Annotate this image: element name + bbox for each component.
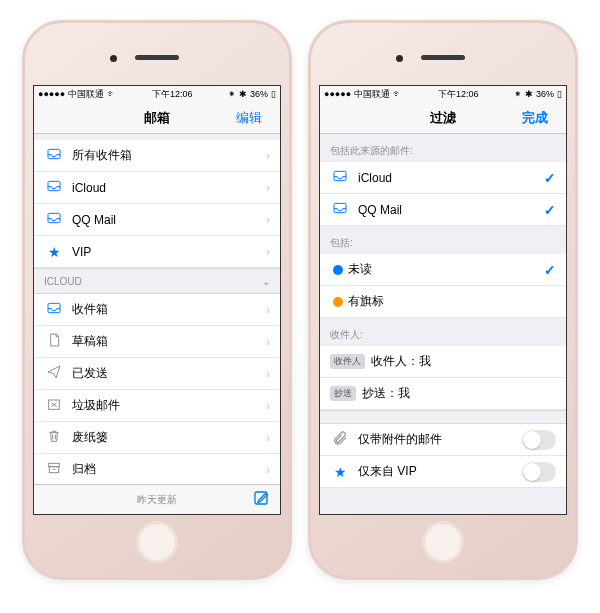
carrier: 中国联通: [354, 88, 390, 101]
page-title: 邮箱: [144, 109, 170, 127]
chevron-right-icon: ›: [266, 303, 270, 317]
include-unread[interactable]: 未读 ✓: [320, 254, 566, 286]
folder-label: 废纸篓: [72, 429, 266, 446]
folder-label: 归档: [72, 461, 266, 478]
mailbox-vip[interactable]: ★ VIP ›: [34, 236, 280, 268]
svg-rect-3: [48, 303, 60, 312]
mailbox-label: iCloud: [72, 181, 266, 195]
inbox-icon: [44, 178, 64, 197]
inbox-icon: [330, 168, 350, 187]
sent-icon: [44, 364, 64, 383]
source-label: iCloud: [358, 171, 544, 185]
mailbox-label: VIP: [72, 245, 266, 259]
svg-rect-5: [49, 463, 60, 466]
toolbar: 昨天更新: [34, 484, 280, 514]
toggle-label: 仅带附件的邮件: [358, 431, 522, 448]
mailbox-icloud[interactable]: iCloud ›: [34, 172, 280, 204]
section-header-sources: 包括此来源的邮件:: [320, 134, 566, 162]
orange-dot-icon: [333, 297, 343, 307]
battery: 36%: [536, 89, 554, 99]
to-pill-icon: 收件人: [330, 354, 365, 369]
addressed-to-me[interactable]: 收件人 收件人：我: [320, 346, 566, 378]
phone-right: ●●●●● 中国联通 ᯤ 下午12:06 ⁕ ✱ 36% ▯ 过滤 完成 包括此…: [308, 20, 578, 580]
compose-button[interactable]: [252, 489, 270, 511]
chevron-right-icon: ›: [266, 245, 270, 259]
folder-drafts[interactable]: 草稿箱›: [34, 326, 280, 358]
blue-dot-icon: [333, 265, 343, 275]
svg-rect-8: [334, 171, 346, 180]
battery: 36%: [250, 89, 268, 99]
section-label: ICLOUD: [44, 276, 82, 287]
mailbox-label: QQ Mail: [72, 213, 266, 227]
checkmark-icon: ✓: [544, 262, 556, 278]
filter-list[interactable]: 包括此来源的邮件: iCloud ✓ QQ Mail ✓ 包括: 未读 ✓ 有旗…: [320, 134, 566, 514]
chevron-right-icon: ›: [266, 367, 270, 381]
status-bar: ●●●●● 中国联通 ᯤ 下午12:06 ⁕ ✱ 36% ▯: [34, 86, 280, 102]
navbar: 过滤 完成: [320, 102, 566, 134]
chevron-right-icon: ›: [266, 431, 270, 445]
phone-left: ●●●●● 中国联通 ᯤ 下午12:06 ⁕ ✱ 36% ▯ 邮箱 编辑 所有收…: [22, 20, 292, 580]
mailbox-qqmail[interactable]: QQ Mail ›: [34, 204, 280, 236]
toggle-attachments-only[interactable]: 仅带附件的邮件: [320, 424, 566, 456]
trash-icon: [44, 428, 64, 447]
chevron-right-icon: ›: [266, 399, 270, 413]
status-time: 下午12:06: [438, 88, 479, 101]
source-label: QQ Mail: [358, 203, 544, 217]
include-flagged[interactable]: 有旗标: [320, 286, 566, 318]
source-qqmail[interactable]: QQ Mail ✓: [320, 194, 566, 226]
carrier: 中国联通: [68, 88, 104, 101]
star-icon: ★: [330, 464, 350, 480]
inbox-icon: [44, 210, 64, 229]
folder-label: 已发送: [72, 365, 266, 382]
updated-label: 昨天更新: [137, 493, 177, 507]
svg-rect-9: [334, 203, 346, 212]
section-icloud-header[interactable]: ICLOUD ⌄: [34, 268, 280, 294]
chevron-down-icon: ⌄: [262, 276, 270, 287]
folder-inbox[interactable]: 收件箱›: [34, 294, 280, 326]
done-button[interactable]: 完成: [522, 109, 558, 127]
chevron-right-icon: ›: [266, 335, 270, 349]
switch-attachments[interactable]: [522, 430, 556, 450]
section-header-include: 包括:: [320, 226, 566, 254]
chevron-right-icon: ›: [266, 181, 270, 195]
svg-rect-2: [48, 213, 60, 222]
svg-rect-0: [48, 149, 60, 158]
to-label: 收件人：我: [371, 353, 556, 370]
folder-sent[interactable]: 已发送›: [34, 358, 280, 390]
star-icon: ★: [44, 244, 64, 260]
folder-label: 草稿箱: [72, 333, 266, 350]
switch-vip[interactable]: [522, 462, 556, 482]
include-label: 未读: [348, 261, 544, 278]
include-label: 有旗标: [348, 293, 556, 310]
svg-rect-1: [48, 181, 60, 190]
source-icloud[interactable]: iCloud ✓: [320, 162, 566, 194]
junk-icon: [44, 396, 64, 415]
cc-to-me[interactable]: 抄送 抄送：我: [320, 378, 566, 410]
toggle-label: 仅来自 VIP: [358, 463, 522, 480]
status-time: 下午12:06: [152, 88, 193, 101]
checkmark-icon: ✓: [544, 170, 556, 186]
section-header-addressee: 收件人:: [320, 318, 566, 346]
toggle-vip-only[interactable]: ★ 仅来自 VIP: [320, 456, 566, 488]
screen-filter: ●●●●● 中国联通 ᯤ 下午12:06 ⁕ ✱ 36% ▯ 过滤 完成 包括此…: [319, 85, 567, 515]
screen-mailboxes: ●●●●● 中国联通 ᯤ 下午12:06 ⁕ ✱ 36% ▯ 邮箱 编辑 所有收…: [33, 85, 281, 515]
folder-label: 收件箱: [72, 301, 266, 318]
folder-trash[interactable]: 废纸篓›: [34, 422, 280, 454]
chevron-right-icon: ›: [266, 213, 270, 227]
status-bar: ●●●●● 中国联通 ᯤ 下午12:06 ⁕ ✱ 36% ▯: [320, 86, 566, 102]
chevron-right-icon: ›: [266, 149, 270, 163]
paperclip-icon: [330, 430, 350, 449]
navbar: 邮箱 编辑: [34, 102, 280, 134]
chevron-right-icon: ›: [266, 463, 270, 477]
inbox-all-icon: [44, 146, 64, 165]
mailbox-all-inboxes[interactable]: 所有收件箱 ›: [34, 140, 280, 172]
mailbox-list[interactable]: 所有收件箱 › iCloud › QQ Mail › ★ VIP › ICLOU…: [34, 134, 280, 484]
folder-label: 垃圾邮件: [72, 397, 266, 414]
folder-archive[interactable]: 归档›: [34, 454, 280, 484]
checkmark-icon: ✓: [544, 202, 556, 218]
page-title: 过滤: [430, 109, 456, 127]
archive-icon: [44, 460, 64, 479]
folder-junk[interactable]: 垃圾邮件›: [34, 390, 280, 422]
draft-icon: [44, 332, 64, 351]
edit-button[interactable]: 编辑: [236, 109, 272, 127]
